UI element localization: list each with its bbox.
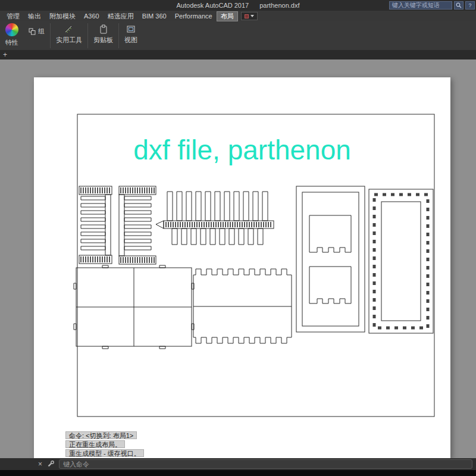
- view-icon: [126, 24, 136, 34]
- ribbon-separator: [87, 23, 88, 48]
- command-history-line: 重生成模型 - 缓存视口。: [65, 449, 144, 457]
- ribbon-state-icon: [245, 14, 249, 18]
- properties-label: 特性: [5, 38, 18, 47]
- command-bar: ×: [0, 458, 476, 470]
- clipboard-label: 剪贴板: [93, 36, 113, 45]
- chevron-down-icon: [250, 15, 254, 17]
- command-history-line: 命令: <切换到: 布局1>: [65, 431, 137, 439]
- color-wheel-icon: [5, 23, 18, 36]
- tab-manage[interactable]: 管理: [2, 11, 24, 21]
- group-button[interactable]: 组: [24, 21, 49, 36]
- layout-paper[interactable]: dxf file, parthenon: [34, 77, 450, 458]
- utilities-button[interactable]: 实用工具: [51, 21, 87, 50]
- view-label: 视图: [124, 36, 137, 45]
- keyword-search-input[interactable]: 键入关键字或短语: [389, 1, 452, 10]
- clipboard-button[interactable]: 剪贴板: [89, 21, 118, 50]
- part-perforated-plate: [369, 189, 433, 333]
- help-button[interactable]: ?: [465, 1, 475, 10]
- ribbon-separator: [50, 23, 51, 48]
- command-history: 命令: <切换到: 布局1> 正在重生成布局。 重生成模型 - 缓存视口。: [65, 431, 144, 457]
- app-title: Autodesk AutoCAD 2017: [177, 2, 249, 9]
- command-history-line: 正在重生成布局。: [65, 440, 125, 448]
- search-placeholder-text: 键入关键字或短语: [392, 1, 440, 10]
- part-quad-plate: [74, 265, 194, 349]
- search-icon: [456, 2, 462, 8]
- group-icon: [29, 28, 36, 35]
- ribbon-tab-bar: 管理 输出 附加模块 A360 精选应用 BIM 360 Performance…: [0, 11, 476, 21]
- part-column-a: [79, 186, 112, 264]
- expand-panel-icon[interactable]: +: [3, 51, 7, 59]
- document-title: parthenon.dxf: [259, 2, 299, 9]
- tab-layout[interactable]: 布局: [217, 11, 238, 21]
- customize-wrench-icon[interactable]: [47, 461, 54, 468]
- tab-performance[interactable]: Performance: [171, 12, 217, 20]
- close-icon[interactable]: ×: [38, 461, 42, 468]
- ribbon-separator: [118, 23, 119, 48]
- part-beam: [156, 192, 274, 245]
- tab-bim360[interactable]: BIM 360: [138, 12, 171, 20]
- tab-output[interactable]: 输出: [24, 11, 45, 21]
- cad-drawing[interactable]: dxf file, parthenon: [34, 77, 450, 458]
- part-castellated-plate: [193, 269, 292, 343]
- taskbar-strip: [0, 470, 476, 476]
- ribbon: 特性 组 实用工具 剪贴板: [0, 21, 476, 50]
- ribbon-options-button[interactable]: [241, 12, 258, 20]
- tab-addins[interactable]: 附加模块: [45, 11, 80, 21]
- properties-button[interactable]: 特性: [0, 21, 24, 50]
- layout-sub-toolbar: +: [0, 50, 476, 60]
- tab-a360[interactable]: A360: [80, 12, 104, 20]
- search-button[interactable]: [454, 1, 464, 10]
- command-input[interactable]: [59, 459, 472, 469]
- clipboard-icon: [99, 24, 108, 34]
- help-icon: ?: [468, 2, 471, 8]
- part-pediment-panel: [296, 186, 365, 332]
- drawing-title-text: dxf file, parthenon: [133, 134, 351, 165]
- title-bar: Autodesk AutoCAD 2017 parthenon.dxf 键入关键…: [0, 0, 476, 11]
- autocad-window: Autodesk AutoCAD 2017 parthenon.dxf 键入关键…: [0, 0, 476, 476]
- infocenter: 键入关键字或短语 ?: [389, 1, 475, 10]
- tab-featured-apps[interactable]: 精选应用: [104, 11, 138, 21]
- view-button[interactable]: 视图: [120, 21, 142, 50]
- part-column-b: [119, 186, 156, 264]
- drawing-canvas[interactable]: dxf file, parthenon: [0, 60, 476, 458]
- utilities-label: 实用工具: [56, 36, 82, 45]
- utilities-icon: [64, 24, 74, 34]
- group-label: 组: [38, 27, 45, 36]
